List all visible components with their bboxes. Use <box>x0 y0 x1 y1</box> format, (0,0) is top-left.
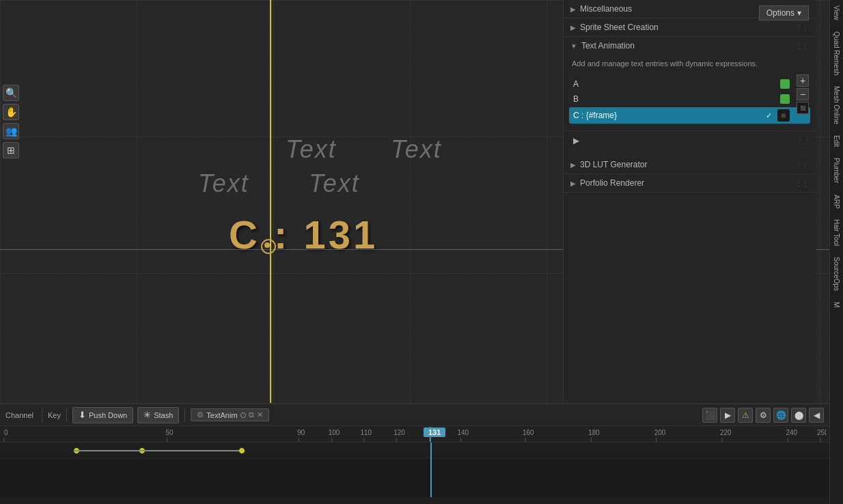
text-entry-c[interactable]: C : {#frame} ✓ ◾ <box>569 107 810 124</box>
svg-text:240: 240 <box>786 429 797 436</box>
misc-label: Miscellaneous <box>580 4 632 14</box>
timeline-right-controls: ⬛ ▶ ⚠ ⚙ 🌐 ⬤ ◀ <box>702 408 824 423</box>
portfolio-section: ▶ Porfolio Renderer ⋮⋮ <box>564 174 816 193</box>
channel-label: Channel <box>5 411 33 419</box>
options-button[interactable]: Options ▾ <box>759 5 809 20</box>
entry-b-dot <box>780 94 790 104</box>
panel-drag-handle: ⋮⋮ <box>797 137 810 145</box>
sprite-arrow-icon: ▶ <box>570 24 576 31</box>
badge-copy-icon: ⧉ <box>249 410 254 419</box>
lut-label: 3D LUT Generator <box>580 160 648 169</box>
sidebar-tab-edit[interactable]: Edit <box>831 130 842 152</box>
text-animation-section: ▼ Text Animation ⋮⋮ Add and manage text … <box>564 37 816 193</box>
toolbar-grid-btn[interactable]: ⊞ <box>3 142 19 158</box>
tl-play-icon[interactable]: ▶ <box>720 408 735 423</box>
tl-back-icon[interactable]: ◀ <box>809 408 824 423</box>
textanim-badge-icon1: ⚙ <box>197 410 204 419</box>
entry-a-dot <box>780 79 790 89</box>
entry-a-label: A <box>573 79 777 89</box>
sidebar-tab-mesh-online[interactable]: Mesh Online <box>831 81 842 130</box>
text-animation-description: Add and manage text entries with dynamic… <box>564 55 816 74</box>
toolbar-sep-3 <box>184 408 185 422</box>
timeline-ruler: 131 0 50 90 100 110 120 131 140 <box>0 426 829 443</box>
timeline-toolbar: Channel Key ⬇ Push Down ✳ Stash ⚙ TextAn… <box>0 404 829 426</box>
textanim-badge-label: TextAnim <box>206 411 237 419</box>
svg-text:220: 220 <box>720 429 732 436</box>
svg-text:180: 180 <box>588 429 600 436</box>
viewport-text-2: Text <box>391 135 442 164</box>
timeline-tracks <box>0 443 829 497</box>
sidebar-tab-arp[interactable]: ARP <box>831 189 842 214</box>
text-entry-a[interactable]: A <box>569 77 810 91</box>
sidebar-tab-hair[interactable]: Hair Tool <box>831 214 842 251</box>
lut-arrow-icon: ▶ <box>570 161 576 169</box>
entry-b-label: B <box>573 94 777 104</box>
viewport-text-3: Text <box>198 169 249 198</box>
play-button[interactable]: ▶ <box>569 134 583 148</box>
remove-entry-button[interactable]: − <box>797 88 809 100</box>
add-entry-button[interactable]: + <box>797 74 809 87</box>
key-label: Key <box>48 411 61 419</box>
svg-text:100: 100 <box>329 429 340 436</box>
portfolio-arrow-icon: ▶ <box>570 180 576 187</box>
tl-dot-icon[interactable]: ⬤ <box>791 408 806 423</box>
right-sidebar: View Quad Remesh Mesh Online Edit Plumbe… <box>829 0 843 504</box>
sprite-label: Sprite Sheet Creation <box>580 23 659 32</box>
push-down-label: Push Down <box>89 411 127 419</box>
svg-text:140: 140 <box>458 429 469 436</box>
sidebar-tab-sourceops[interactable]: SourceOps <box>831 251 842 296</box>
sprite-sheet-header[interactable]: ▶ Sprite Sheet Creation ⋮⋮ <box>564 18 816 36</box>
panel-controls: ▶ ⋮⋮ <box>564 130 816 150</box>
timeline-area: Channel Key ⬇ Push Down ✳ Stash ⚙ TextAn… <box>0 403 829 504</box>
viewport-text-1: Text <box>286 135 337 164</box>
toolbar-sep-1 <box>42 408 42 422</box>
portfolio-header[interactable]: ▶ Porfolio Renderer ⋮⋮ <box>564 174 816 192</box>
options-chevron-icon: ▾ <box>797 8 801 18</box>
portfolio-label: Porfolio Renderer <box>580 178 644 188</box>
svg-text:110: 110 <box>361 429 372 436</box>
stash-icon: ✳ <box>143 410 151 420</box>
tl-globe-icon[interactable]: 🌐 <box>773 408 788 423</box>
badge-close-icon: ✕ <box>257 410 263 419</box>
sidebar-tab-plumber[interactable]: Plumber <box>831 152 842 188</box>
dark-entry-button[interactable]: ◾ <box>797 102 809 114</box>
tl-filter-icon[interactable]: ⚙ <box>756 408 771 423</box>
stash-label: Stash <box>154 411 173 419</box>
entry-c-label: C : {#frame} <box>573 111 760 120</box>
main-text-display: C : 131 <box>229 212 378 257</box>
svg-text:0: 0 <box>4 429 8 436</box>
svg-text:90: 90 <box>297 429 305 436</box>
text-animation-header[interactable]: ▼ Text Animation ⋮⋮ <box>564 37 816 55</box>
svg-text:200: 200 <box>654 429 666 436</box>
stash-button[interactable]: ✳ Stash <box>137 407 179 423</box>
push-down-button[interactable]: ⬇ Push Down <box>72 407 133 423</box>
sidebar-tab-view[interactable]: View <box>831 0 842 26</box>
toolbar-hand-btn[interactable]: ✋ <box>3 104 19 120</box>
toolbar-search-btn[interactable]: 🔍 <box>3 85 19 101</box>
textanim-arrow-icon: ▼ <box>570 42 577 50</box>
toolbar-group-btn[interactable]: 👥 <box>3 123 19 139</box>
lut-header[interactable]: ▶ 3D LUT Generator ⋮⋮ <box>564 156 816 173</box>
textanim-drag-icon: ⋮⋮ <box>795 42 809 50</box>
sidebar-tab-m[interactable]: M <box>831 296 842 313</box>
current-frame-indicator: 131 <box>424 428 445 437</box>
options-label: Options <box>766 8 794 18</box>
lut-drag-icon: ⋮⋮ <box>795 161 809 169</box>
tl-warn-icon[interactable]: ⚠ <box>738 408 753 423</box>
tl-select-icon[interactable]: ⬛ <box>702 408 717 423</box>
toolbar-sep-2 <box>66 408 67 422</box>
badge-shield-icon <box>240 412 246 418</box>
textanim-label: Text Animation <box>581 41 635 51</box>
playhead-vertical-line <box>270 0 271 403</box>
sidebar-tab-quad[interactable]: Quad Remesh <box>831 26 842 81</box>
viewport-text-4: Text <box>309 169 360 198</box>
add-remove-container: + − ◾ <box>797 74 809 114</box>
entry-c-check: ✓ <box>762 109 775 122</box>
text-entry-b[interactable]: B <box>569 92 810 106</box>
svg-text:120: 120 <box>393 429 405 436</box>
svg-text:160: 160 <box>523 429 534 436</box>
keyframe-range <box>74 450 239 451</box>
sprite-drag-icon: ⋮⋮ <box>795 24 809 31</box>
sprite-sheet-section: ▶ Sprite Sheet Creation ⋮⋮ <box>564 18 816 37</box>
textanim-badge[interactable]: ⚙ TextAnim ⧉ ✕ <box>191 408 268 421</box>
